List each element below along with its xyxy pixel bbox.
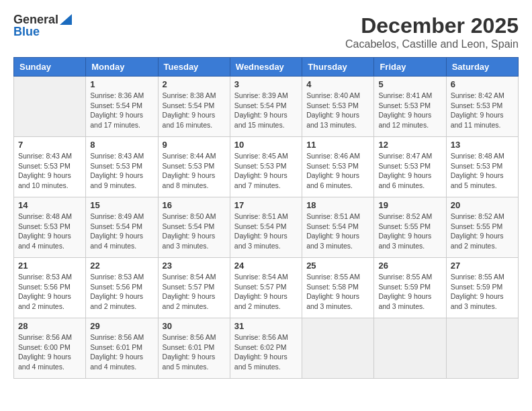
- calendar-week-4: 21Sunrise: 8:53 AM Sunset: 5:56 PM Dayli…: [14, 258, 519, 318]
- header-day-tuesday: Tuesday: [158, 58, 230, 77]
- calendar-cell: 5Sunrise: 8:41 AM Sunset: 5:53 PM Daylig…: [374, 77, 446, 137]
- day-info: Sunrise: 8:40 AM Sunset: 5:53 PM Dayligh…: [306, 91, 369, 130]
- calendar-cell: 20Sunrise: 8:52 AM Sunset: 5:55 PM Dayli…: [446, 197, 518, 258]
- day-info: Sunrise: 8:55 AM Sunset: 5:59 PM Dayligh…: [378, 272, 441, 312]
- header-day-saturday: Saturday: [446, 58, 518, 77]
- calendar-cell: 26Sunrise: 8:55 AM Sunset: 5:59 PM Dayli…: [374, 258, 446, 318]
- calendar-body: 1Sunrise: 8:36 AM Sunset: 5:54 PM Daylig…: [14, 77, 519, 379]
- calendar-cell: 31Sunrise: 8:56 AM Sunset: 6:02 PM Dayli…: [230, 318, 302, 379]
- day-number: 22: [90, 261, 153, 271]
- day-number: 24: [234, 261, 298, 271]
- day-number: 18: [306, 200, 369, 210]
- day-number: 21: [18, 261, 81, 271]
- calendar-cell: 21Sunrise: 8:53 AM Sunset: 5:56 PM Dayli…: [14, 258, 86, 318]
- day-info: Sunrise: 8:51 AM Sunset: 5:54 PM Dayligh…: [234, 212, 298, 251]
- day-number: 1: [90, 79, 153, 89]
- calendar-cell: 7Sunrise: 8:43 AM Sunset: 5:53 PM Daylig…: [14, 137, 86, 197]
- day-number: 19: [378, 200, 441, 210]
- day-info: Sunrise: 8:43 AM Sunset: 5:53 PM Dayligh…: [18, 151, 81, 191]
- day-info: Sunrise: 8:56 AM Sunset: 6:02 PM Dayligh…: [234, 332, 298, 372]
- calendar-cell: 2Sunrise: 8:38 AM Sunset: 5:54 PM Daylig…: [158, 77, 230, 137]
- calendar-cell: 28Sunrise: 8:56 AM Sunset: 6:00 PM Dayli…: [14, 318, 86, 379]
- day-number: 25: [306, 261, 369, 271]
- calendar-cell: [302, 318, 374, 379]
- calendar-cell: [14, 77, 86, 137]
- calendar-cell: 13Sunrise: 8:48 AM Sunset: 5:53 PM Dayli…: [446, 137, 518, 197]
- title-area: December 2025 Cacabelos, Castille and Le…: [345, 13, 519, 50]
- day-number: 4: [306, 79, 369, 89]
- day-info: Sunrise: 8:52 AM Sunset: 5:55 PM Dayligh…: [378, 212, 441, 251]
- day-info: Sunrise: 8:56 AM Sunset: 6:01 PM Dayligh…: [90, 332, 153, 372]
- day-info: Sunrise: 8:42 AM Sunset: 5:53 PM Dayligh…: [451, 91, 514, 130]
- day-info: Sunrise: 8:41 AM Sunset: 5:53 PM Dayligh…: [378, 91, 441, 130]
- logo: General Blue: [13, 13, 72, 38]
- day-number: 23: [163, 261, 226, 271]
- day-info: Sunrise: 8:46 AM Sunset: 5:53 PM Dayligh…: [306, 151, 369, 191]
- svg-marker-0: [60, 14, 72, 25]
- calendar-cell: 16Sunrise: 8:50 AM Sunset: 5:54 PM Dayli…: [158, 197, 230, 258]
- day-info: Sunrise: 8:56 AM Sunset: 6:00 PM Dayligh…: [18, 332, 81, 372]
- calendar-cell: 15Sunrise: 8:49 AM Sunset: 5:54 PM Dayli…: [86, 197, 158, 258]
- day-number: 27: [451, 261, 514, 271]
- day-number: 12: [378, 140, 441, 150]
- day-info: Sunrise: 8:55 AM Sunset: 5:58 PM Dayligh…: [306, 272, 369, 312]
- calendar-cell: 19Sunrise: 8:52 AM Sunset: 5:55 PM Dayli…: [374, 197, 446, 258]
- calendar-cell: 12Sunrise: 8:47 AM Sunset: 5:53 PM Dayli…: [374, 137, 446, 197]
- calendar-cell: 4Sunrise: 8:40 AM Sunset: 5:53 PM Daylig…: [302, 77, 374, 137]
- day-info: Sunrise: 8:53 AM Sunset: 5:56 PM Dayligh…: [18, 272, 81, 312]
- day-number: 31: [234, 321, 298, 331]
- day-info: Sunrise: 8:55 AM Sunset: 5:59 PM Dayligh…: [451, 272, 514, 312]
- calendar-cell: 24Sunrise: 8:54 AM Sunset: 5:57 PM Dayli…: [230, 258, 302, 318]
- logo-blue-text: Blue: [13, 25, 40, 38]
- day-info: Sunrise: 8:52 AM Sunset: 5:55 PM Dayligh…: [451, 212, 514, 251]
- calendar-week-3: 14Sunrise: 8:48 AM Sunset: 5:53 PM Dayli…: [14, 197, 519, 258]
- day-number: 15: [90, 200, 153, 210]
- day-number: 16: [163, 200, 226, 210]
- calendar-header: SundayMondayTuesdayWednesdayThursdayFrid…: [14, 58, 519, 77]
- calendar-cell: 3Sunrise: 8:39 AM Sunset: 5:54 PM Daylig…: [230, 77, 302, 137]
- day-number: 5: [378, 79, 441, 89]
- day-number: 29: [90, 321, 153, 331]
- calendar-cell: 14Sunrise: 8:48 AM Sunset: 5:53 PM Dayli…: [14, 197, 86, 258]
- day-info: Sunrise: 8:48 AM Sunset: 5:53 PM Dayligh…: [18, 212, 81, 251]
- day-info: Sunrise: 8:43 AM Sunset: 5:53 PM Dayligh…: [90, 151, 153, 191]
- logo-general-text: General: [13, 13, 58, 26]
- day-number: 2: [163, 79, 226, 89]
- day-info: Sunrise: 8:53 AM Sunset: 5:56 PM Dayligh…: [90, 272, 153, 312]
- day-number: 10: [234, 140, 298, 150]
- calendar-cell: 10Sunrise: 8:45 AM Sunset: 5:53 PM Dayli…: [230, 137, 302, 197]
- day-number: 17: [234, 200, 298, 210]
- day-info: Sunrise: 8:50 AM Sunset: 5:54 PM Dayligh…: [163, 212, 226, 251]
- day-number: 8: [90, 140, 153, 150]
- day-info: Sunrise: 8:56 AM Sunset: 6:01 PM Dayligh…: [163, 332, 226, 372]
- day-number: 11: [306, 140, 369, 150]
- day-info: Sunrise: 8:38 AM Sunset: 5:54 PM Dayligh…: [163, 91, 226, 130]
- calendar-cell: 9Sunrise: 8:44 AM Sunset: 5:53 PM Daylig…: [158, 137, 230, 197]
- calendar-cell: 8Sunrise: 8:43 AM Sunset: 5:53 PM Daylig…: [86, 137, 158, 197]
- day-info: Sunrise: 8:54 AM Sunset: 5:57 PM Dayligh…: [234, 272, 298, 312]
- day-number: 13: [451, 140, 514, 150]
- calendar-week-2: 7Sunrise: 8:43 AM Sunset: 5:53 PM Daylig…: [14, 137, 519, 197]
- calendar-cell: 23Sunrise: 8:54 AM Sunset: 5:57 PM Dayli…: [158, 258, 230, 318]
- day-number: 14: [18, 200, 81, 210]
- day-info: Sunrise: 8:45 AM Sunset: 5:53 PM Dayligh…: [234, 151, 298, 191]
- header-day-friday: Friday: [374, 58, 446, 77]
- day-info: Sunrise: 8:47 AM Sunset: 5:53 PM Dayligh…: [378, 151, 441, 191]
- calendar-cell: 25Sunrise: 8:55 AM Sunset: 5:58 PM Dayli…: [302, 258, 374, 318]
- header-day-monday: Monday: [86, 58, 158, 77]
- calendar-week-1: 1Sunrise: 8:36 AM Sunset: 5:54 PM Daylig…: [14, 77, 519, 137]
- calendar-cell: 22Sunrise: 8:53 AM Sunset: 5:56 PM Dayli…: [86, 258, 158, 318]
- day-number: 30: [163, 321, 226, 331]
- day-info: Sunrise: 8:54 AM Sunset: 5:57 PM Dayligh…: [163, 272, 226, 312]
- day-info: Sunrise: 8:49 AM Sunset: 5:54 PM Dayligh…: [90, 212, 153, 251]
- day-number: 26: [378, 261, 441, 271]
- calendar-cell: [446, 318, 518, 379]
- day-number: 28: [18, 321, 81, 331]
- day-number: 9: [163, 140, 226, 150]
- header-day-thursday: Thursday: [302, 58, 374, 77]
- calendar-cell: 6Sunrise: 8:42 AM Sunset: 5:53 PM Daylig…: [446, 77, 518, 137]
- logo-icon: [60, 14, 72, 25]
- calendar-cell: 18Sunrise: 8:51 AM Sunset: 5:54 PM Dayli…: [302, 197, 374, 258]
- calendar-cell: 1Sunrise: 8:36 AM Sunset: 5:54 PM Daylig…: [86, 77, 158, 137]
- day-number: 7: [18, 140, 81, 150]
